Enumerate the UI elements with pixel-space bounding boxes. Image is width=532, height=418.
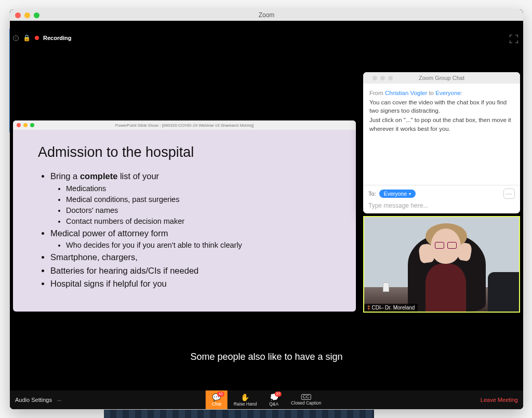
- active-speaker-video[interactable]: ‡CDI– Dr. Moreland: [363, 216, 520, 313]
- chat-compose-area: To: Everyone ··· Type message here...: [363, 185, 520, 213]
- meeting-info-overlay: i 🔒 Recording: [13, 34, 71, 42]
- chat-sender: Christian Vogler: [385, 90, 427, 96]
- slide-subbullet: Medical conditions, past surgeries: [66, 194, 336, 205]
- slide-content: Admission to the hospital Bring a comple…: [13, 130, 356, 298]
- shared-screen-window: PowerPoint Slide Show - [040320 COVID-19…: [13, 120, 356, 312]
- chat-more-button[interactable]: ···: [503, 188, 515, 199]
- slide-bullet-3: Smartphone, chargers,: [50, 251, 336, 264]
- audio-settings-button[interactable]: Audio Settings ︿: [15, 397, 62, 403]
- slide-bullet-4: Batteries for hearing aids/CIs if needed: [50, 264, 336, 278]
- slide-subbullet: Medications: [66, 183, 336, 194]
- chat-recipient-dropdown[interactable]: Everyone: [379, 190, 416, 198]
- shared-screen-titlebar: PowerPoint Slide Show - [040320 COVID-19…: [13, 120, 356, 130]
- chat-recipient: Everyone: [435, 90, 461, 96]
- recording-label: Recording: [43, 35, 71, 41]
- chat-close-button[interactable]: [373, 76, 377, 80]
- raise-hand-button[interactable]: ✋ Raise Hand: [228, 390, 263, 409]
- raise-hand-icon: ✋: [241, 394, 249, 401]
- chat-fullscreen-button[interactable]: [388, 76, 393, 80]
- meeting-toolbar: Audio Settings ︿ 💬 43 Chat ✋ Raise Hand …: [10, 390, 523, 409]
- qa-badge: 27: [274, 392, 282, 397]
- chat-message: From Christian Vogler to Everyone: You c…: [369, 89, 514, 133]
- chat-message-body: Just click on "..." to pop out the chat …: [369, 116, 514, 133]
- window-titlebar[interactable]: Zoom: [10, 9, 523, 21]
- slide-subbullet: Who decides for you if you aren't able t…: [66, 240, 336, 251]
- chevron-up-icon: ︿: [57, 397, 62, 403]
- slide-bullet-2: Medical power of attorney form Who decid…: [50, 227, 336, 251]
- meeting-content-area: i 🔒 Recording PowerPoint Slide Show - [0…: [10, 21, 523, 390]
- slide-heading: Admission to the hospital: [38, 144, 336, 160]
- chat-minimize-button[interactable]: [380, 76, 385, 80]
- chat-messages[interactable]: From Christian Vogler to Everyone: You c…: [363, 84, 520, 185]
- closed-caption-button[interactable]: CC Closed Caption: [285, 390, 327, 409]
- slide-bullet-1: Bring a complete list of your Medication…: [50, 170, 336, 227]
- desktop-dock-hint: [104, 410, 374, 418]
- chat-titlebar[interactable]: Zoom Group Chat: [363, 72, 520, 84]
- slide-window-title: PowerPoint Slide Show - [040320 COVID-19…: [13, 123, 356, 128]
- chat-to-label: To:: [368, 191, 376, 197]
- slide-subbullet: Contact numbers of decision maker: [66, 216, 336, 227]
- recording-indicator-icon: [35, 36, 39, 40]
- qa-button[interactable]: 💭 27 Q&A: [263, 390, 285, 409]
- speaker-nameplate: ‡CDI– Dr. Moreland: [364, 304, 418, 312]
- cc-icon: CC: [301, 394, 311, 400]
- slide-bullet-5: Hospital signs if helpful for you: [50, 277, 336, 291]
- enter-fullscreen-button[interactable]: [510, 35, 518, 43]
- info-icon[interactable]: i: [13, 35, 19, 41]
- chat-input[interactable]: Type message here...: [368, 202, 515, 209]
- zoom-meeting-window: Zoom i 🔒 Recording Pow: [10, 9, 523, 409]
- encryption-lock-icon[interactable]: 🔒: [23, 34, 31, 42]
- slide-subbullet: Doctors' names: [66, 205, 336, 216]
- chat-window-title: Zoom Group Chat: [419, 75, 464, 81]
- window-title: Zoom: [10, 11, 523, 19]
- chat-badge: 43: [217, 392, 224, 397]
- leave-meeting-button[interactable]: Leave Meeting: [481, 397, 518, 403]
- live-caption: Some people also like to have a sign: [10, 352, 523, 362]
- chat-message-body: You can cover the video with the chat bo…: [369, 98, 514, 115]
- chat-popout-window[interactable]: Zoom Group Chat From Christian Vogler to…: [363, 72, 520, 213]
- chat-toolbar-button[interactable]: 💬 43 Chat: [206, 390, 228, 409]
